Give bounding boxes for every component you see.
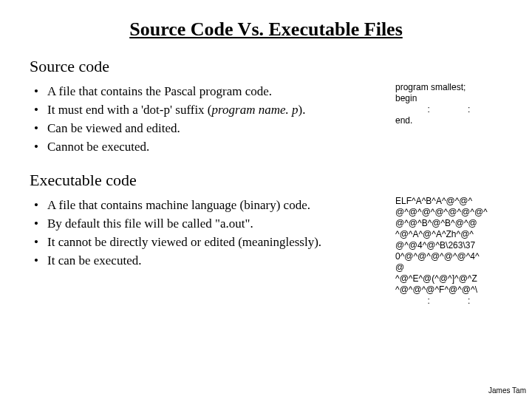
section-row-executable: •A file that contains machine language (… — [30, 196, 502, 307]
ellipsis-row: :: — [395, 296, 502, 307]
code-line: @^@4^@^B\263\37 — [395, 240, 502, 251]
bullet-text: A file that contains the Pascal program … — [47, 84, 272, 98]
code-line: @^@^@^@^@^@^@^ — [395, 207, 502, 218]
section-row-source: •A file that contains the Pascal program… — [30, 82, 502, 157]
section-heading-executable: Executable code — [30, 171, 502, 190]
code-line: 0^@^@^@^@^@^4^ — [395, 251, 502, 262]
bullet-text: Cannot be executed. — [47, 140, 149, 154]
bullet-text: It can be executed. — [47, 253, 141, 267]
code-line: ^@^A^@^A^Zh^@^ — [395, 229, 502, 240]
code-line: ^@^E^@(^@^]^@^Z — [395, 273, 502, 284]
list-item: •It must end with a 'dot-p' suffix (prog… — [34, 102, 381, 119]
list-item: •Cannot be executed. — [34, 139, 381, 156]
bullet-list-source: •A file that contains the Pascal program… — [30, 82, 381, 157]
list-item: •A file that contains the Pascal program… — [34, 83, 381, 100]
list-item: •It cannot be directly viewed or edited … — [34, 234, 381, 251]
code-line: ELF^A^B^A^@^@^ — [395, 196, 502, 207]
code-line: end. — [395, 115, 502, 126]
bullet-list-executable: •A file that contains machine language (… — [30, 196, 381, 271]
list-item: •A file that contains machine language (… — [34, 197, 381, 214]
code-line: @ — [395, 262, 502, 273]
footer-author: James Tam — [488, 386, 526, 395]
code-line: program smallest; — [395, 82, 502, 93]
code-line: @^@^B^@^B^@^@ — [395, 218, 502, 229]
list-item: •By default this file will be called "a.… — [34, 216, 381, 233]
bullet-text: Can be viewed and edited. — [47, 121, 180, 135]
code-sample-executable: ELF^A^B^A^@^@^ @^@^@^@^@^@^@^ @^@^B^@^B^… — [395, 196, 502, 307]
list-item: •Can be viewed and edited. — [34, 120, 381, 137]
bullet-italic: program name. p — [212, 103, 299, 117]
list-item: •It can be executed. — [34, 253, 381, 270]
slide: Source Code Vs. Executable Files Source … — [0, 0, 532, 314]
bullet-text: It must end with a 'dot-p' suffix ( — [47, 103, 212, 117]
slide-title: Source Code Vs. Executable Files — [30, 18, 502, 41]
section-heading-source: Source code — [30, 57, 502, 76]
code-line: ^@^@^@^F^@^@^\ — [395, 284, 502, 296]
bullet-text: A file that contains machine language (b… — [47, 198, 310, 212]
bullet-text: It cannot be directly viewed or edited (… — [47, 235, 321, 249]
ellipsis-row: :: — [395, 104, 502, 115]
code-line: begin — [395, 93, 502, 104]
bullet-tail: ). — [299, 103, 306, 117]
code-sample-source: program smallest; begin :: end. — [395, 82, 502, 126]
bullet-text: By default this file will be called "a.o… — [47, 216, 253, 231]
